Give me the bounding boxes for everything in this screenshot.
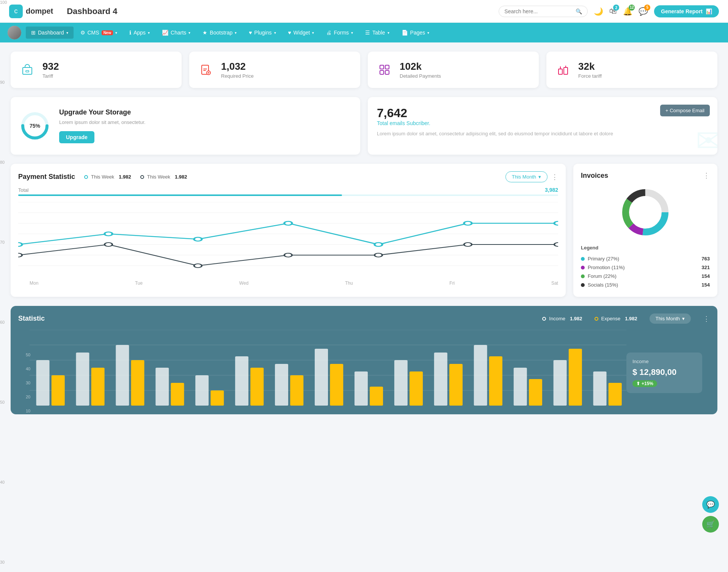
svg-rect-60 [355,371,368,406]
payment-more-button[interactable]: ⋮ [551,173,558,181]
statistic-month-label: This Month [656,316,680,321]
message-badge: 5 [644,5,650,11]
svg-rect-6 [380,71,384,74]
sidebar-item-cms[interactable]: ⚙ CMS New ▾ [75,27,123,39]
nav-label-widget: Widget [293,30,310,36]
svg-rect-1 [26,71,29,72]
svg-point-21 [194,237,202,241]
storage-desc: Lorem ipsum dolor sit amet, onsectetur. [59,119,146,125]
legend-item-socials: Socials (15%) 154 [581,281,710,289]
svg-rect-59 [330,364,343,406]
message-icon[interactable]: 💬 5 [639,7,648,16]
sidebar-item-charts[interactable]: 📈 Charts ▾ [157,27,196,39]
sidebar-item-apps[interactable]: ℹ Apps ▾ [124,27,155,39]
stat-card-tariff: 932 Tariff [11,52,182,88]
stat-legend-expense: Expense 1.982 [595,316,637,321]
chevron-down-icon-pages: ▾ [427,31,429,35]
sidebar-item-dashboard[interactable]: ⊞ Dashboard ▾ [26,27,74,39]
statistic-more-button[interactable]: ⋮ [703,315,710,323]
shop-icon[interactable]: 🛍 2 [609,7,617,16]
svg-rect-0 [23,67,32,74]
search-box[interactable]: 🔍 [499,6,588,17]
nav-label-pages: Pages [410,30,425,36]
invoices-legend-list: Primary (27%) 763 Promotion (11%) 321 Fo… [581,254,710,289]
value-socials: 154 [701,282,710,288]
generate-report-button[interactable]: Generate Report 📊 [654,5,719,17]
svg-rect-67 [489,356,502,406]
legend-dot-teal [84,175,88,179]
payment-header-left: Payment Statistic This Week 1.982 This W… [18,173,187,181]
logo-name: dompet [26,7,53,16]
legend-dot-dark [140,175,144,179]
invoices-more-button[interactable]: ⋮ [703,171,710,180]
stat-legend-income: Income 1.982 [542,316,582,321]
upgrade-button[interactable]: Upgrade [59,131,94,143]
table-icon: ☰ [365,30,370,36]
income-amount: $ 12,890,00 [632,367,696,377]
stat-card-force-tariff: 32k Force tariff [546,52,717,88]
statistic-this-month-button[interactable]: This Month ▾ [650,313,691,324]
svg-rect-51 [171,383,184,406]
sidebar-item-widget[interactable]: ♥ Widget ▾ [283,27,320,39]
moon-icon[interactable]: 🌙 [594,7,603,16]
expense-dot [595,317,598,321]
svg-rect-8 [559,69,562,74]
notification-icon[interactable]: 🔔 12 [623,7,632,16]
logo-icon: c [9,5,23,18]
sidebar-item-table[interactable]: ☰ Table ▾ [360,27,394,39]
svg-point-27 [105,243,112,246]
sidebar-item-pages[interactable]: 📄 Pages ▾ [396,27,435,39]
value-primary: 763 [701,256,710,262]
svg-point-28 [194,264,202,268]
chevron-down-icon: ▾ [66,31,68,35]
storage-donut: 75% [20,111,50,141]
nav-label-forms: Forms [334,30,349,36]
svg-point-29 [284,253,292,257]
svg-point-20 [105,232,112,236]
forms-icon: 🖨 [326,30,331,36]
svg-rect-53 [210,390,224,406]
total-bar [18,194,558,196]
nav-label-charts: Charts [171,30,186,36]
payment-card: Payment Statistic This Week 1.982 This W… [11,164,566,297]
svg-rect-68 [514,368,527,406]
line-chart-area: Mon Tue Wed Thu Fri Sat [18,202,558,286]
total-label: Total [18,187,28,193]
svg-point-32 [554,243,558,246]
svg-rect-66 [474,345,487,406]
chevron-down-icon-table: ▾ [388,31,389,35]
storage-title: Upgrade Your Storage [59,108,146,116]
nav-label-bootstrap: Bootstrap [210,30,232,36]
svg-rect-55 [250,368,264,406]
invoices-title: Invoices [581,172,608,180]
legend-label-2: This Week [147,174,170,180]
search-input[interactable] [504,8,573,14]
expense-label: Expense [601,316,621,321]
email-subtitle: Total emails Subcriber. [377,120,708,126]
svg-point-23 [375,243,382,246]
legend-this-week-2: This Week 1.982 [140,174,187,180]
force-tariff-info: 32k Force tariff [578,61,602,79]
detailed-payments-label: Detailed Payments [400,73,441,79]
svg-rect-64 [434,353,447,406]
required-price-info: 1,032 Required Price [221,61,254,79]
legend-item-promotion: Promotion (11%) 321 [581,263,710,272]
value-promotion: 321 [701,265,710,270]
sidebar-item-plugins[interactable]: ♥ Plugins ▾ [243,27,281,39]
value-forum: 154 [701,273,710,279]
required-price-value: 1,032 [221,61,254,72]
svg-point-31 [464,243,472,246]
dot-forum [581,274,585,278]
payment-legend: This Week 1.982 This Week 1.982 [84,174,187,180]
svg-rect-5 [385,65,389,69]
statistic-legend: Income 1.982 Expense 1.982 [542,316,637,321]
this-month-button[interactable]: This Month ▾ [505,171,548,182]
chevron-down-icon-bootstrap: ▾ [235,31,237,35]
legend-this-week-1: This Week 1.982 [84,174,131,180]
sidebar-item-bootstrap[interactable]: ★ Bootstrap ▾ [197,27,242,39]
nav-label-table: Table [372,30,385,36]
svg-rect-9 [564,67,568,74]
svg-rect-71 [569,349,582,406]
sidebar-item-forms[interactable]: 🖨 Forms ▾ [321,27,358,39]
compose-email-button[interactable]: + Compose Email [660,105,710,116]
